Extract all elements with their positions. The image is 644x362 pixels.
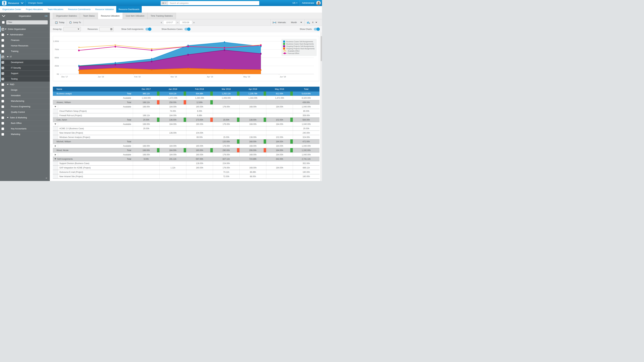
sidebar-item-training[interactable]: Training (0, 48, 50, 54)
tree-checkbox[interactable] (2, 39, 4, 41)
sidebar-item-it-security[interactable]: IT Security (0, 65, 50, 70)
row-expander[interactable] (53, 144, 58, 148)
avatar[interactable] (316, 1, 321, 5)
tree-checkbox[interactable] (2, 105, 4, 108)
ok-button[interactable]: OK (44, 15, 48, 17)
sidebar-item-human-resources[interactable]: Human Resources (0, 43, 50, 48)
indent-cell (53, 113, 58, 117)
show-business-cases-toggle[interactable] (184, 28, 190, 30)
row-expander[interactable] (53, 122, 58, 126)
expand-arrow-icon[interactable] (7, 84, 8, 85)
group-by-select[interactable] (64, 27, 81, 31)
tree-checkbox[interactable] (2, 83, 4, 86)
next-interval-button[interactable]: › (192, 21, 196, 24)
jump-to-button[interactable]: Jump To (67, 19, 83, 26)
tree-checkbox[interactable] (2, 72, 4, 75)
tree-checkbox[interactable] (2, 122, 4, 124)
table-row-available: Available168.00h184.00h160.00h176.00h168… (53, 122, 320, 126)
value-cell: 20.00h (133, 118, 160, 122)
search-scope-dropdown[interactable]: All (161, 1, 168, 5)
tree-checkbox[interactable] (2, 116, 4, 119)
sidebar-item-testing[interactable]: Testing (0, 76, 50, 82)
scrollbar-thumb[interactable] (321, 36, 322, 61)
tab-team-status[interactable]: Team Status (80, 12, 98, 19)
nav-item-resource-validation[interactable]: Resource Validation (93, 6, 116, 12)
sidebar-item-it[interactable]: IT (0, 54, 50, 59)
sidebar-item-administration[interactable]: Administration (0, 32, 50, 37)
sidebar-item-key-accountants[interactable]: Key Accountants (0, 126, 50, 131)
nav-item-project-allocations[interactable]: Project Allocations (24, 6, 45, 12)
locale-dropdown[interactable]: US (292, 2, 298, 4)
tree-checkbox[interactable] (2, 50, 4, 53)
sidebar-item-entire-organization[interactable]: Entire Organization (0, 26, 50, 32)
value-cell: 184.00h (160, 152, 186, 157)
previous-interval-button[interactable]: ‹ (160, 21, 163, 24)
intervals-dropdown[interactable]: Intervals: Month (270, 19, 304, 26)
tree-label: Manufacturing (11, 100, 24, 102)
sidebar-item-process-engineering[interactable]: Process Engineering (0, 104, 50, 109)
nav-item-resource-commitments[interactable]: Resource Commitments (66, 6, 93, 12)
show-charts-toggle[interactable] (314, 28, 320, 30)
sidebar-item-development[interactable]: Development (0, 59, 50, 65)
expand-arrow-icon[interactable] (5, 29, 6, 30)
tree-checkbox[interactable] (2, 128, 4, 130)
tab-cost-item-utilization[interactable]: Cost Item Utilization (123, 12, 148, 19)
collapse-panel-chevron-icon[interactable] (2, 15, 5, 17)
today-button[interactable]: Today (53, 19, 67, 26)
tree-checkbox[interactable] (2, 133, 4, 136)
tree-label: Development (11, 61, 23, 63)
value-cell: 160.00h (186, 144, 213, 148)
svg-text:Feb '18: Feb '18 (134, 76, 140, 78)
collapse-sidebar-button[interactable]: « (46, 176, 47, 180)
value-cell: 168.00h (240, 152, 266, 157)
sidebar-item-marketing[interactable]: Marketing (0, 131, 50, 137)
user-menu[interactable]: Administrator (302, 2, 314, 4)
tab-resource-utilization[interactable]: Resource Utilization (98, 12, 123, 19)
date-from-input[interactable] (163, 20, 176, 25)
sidebar-item-sales-marketing[interactable]: Sales & Marketing (0, 115, 50, 120)
expand-arrow-icon[interactable] (7, 117, 8, 118)
app-switcher[interactable]: Resource (0, 0, 25, 6)
select-all-checkbox[interactable] (2, 21, 4, 24)
sidebar-item-support[interactable]: Support (0, 70, 50, 76)
value-cell (160, 126, 186, 131)
tree-checkbox[interactable] (2, 89, 4, 91)
tab-organization-statistics[interactable]: Organization Statistics (53, 12, 80, 19)
date-to-input[interactable] (180, 20, 192, 25)
nav-item-resource-dashboards[interactable]: Resource Dashboards (116, 6, 142, 12)
filter-input[interactable] (6, 20, 48, 24)
tab-time-tracking-statistics[interactable]: Time Tracking Statistics (148, 12, 176, 19)
value-cell: 136.00h (160, 131, 186, 135)
tree-checkbox[interactable] (2, 28, 4, 30)
resources-picker[interactable] (100, 27, 114, 31)
tree-checkbox[interactable] (2, 94, 4, 97)
tree-label: Human Resources (11, 44, 28, 47)
search-input[interactable] (168, 2, 259, 4)
sidebar-item-r-d[interactable]: R&D (0, 82, 50, 87)
tree-checkbox[interactable] (2, 100, 4, 102)
nav-item-organization-center[interactable]: Organization Center (0, 6, 24, 12)
sidebar-item-design[interactable]: Design (0, 87, 50, 93)
capacity-indicator-green (290, 118, 293, 122)
tree-checkbox[interactable] (2, 33, 4, 36)
nav-item-team-allocations[interactable]: Team Allocations (45, 6, 66, 12)
chart-count-dropdown[interactable]: # 6 (304, 19, 320, 26)
tree-checkbox[interactable] (2, 44, 4, 47)
expand-arrow-icon[interactable] (7, 34, 8, 35)
sidebar-item-quality-control[interactable]: Quality Control (0, 109, 50, 115)
sidebar-item-finances[interactable]: Finances (0, 37, 50, 43)
sidebar-item-back-office[interactable]: Back Office (0, 120, 50, 126)
row-expander[interactable] (53, 105, 58, 109)
value-cell: 184.00h (266, 105, 293, 109)
tree-checkbox[interactable] (2, 78, 4, 80)
tree-checkbox[interactable] (2, 56, 4, 58)
tree-checkbox[interactable] (2, 61, 4, 64)
expand-arrow-icon[interactable] (7, 56, 8, 57)
show-soft-assignments-toggle[interactable] (146, 28, 151, 30)
tree-checkbox[interactable] (2, 67, 4, 69)
tree-checkbox[interactable] (2, 111, 4, 113)
collapse-icon[interactable] (54, 158, 56, 160)
sidebar-item-manufacturing[interactable]: Manufacturing (0, 98, 50, 104)
sidebar-item-innovation[interactable]: Innovation (0, 93, 50, 98)
row-expander[interactable] (53, 152, 58, 157)
